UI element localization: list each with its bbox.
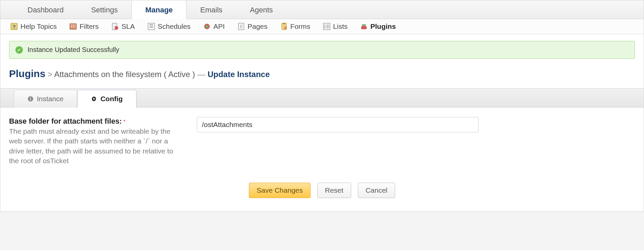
subnav-api[interactable]: API [203,22,225,30]
base-folder-input[interactable] [197,117,479,132]
subnav-help-topics[interactable]: ? Help Topics [10,22,57,30]
svg-point-32 [362,24,364,26]
help-topics-icon: ? [10,23,18,30]
tab-agents[interactable]: Agents [236,0,287,19]
subnav-label: Schedules [158,22,191,30]
subnav-forms[interactable]: Forms [280,22,311,30]
subnav-label: Help Topics [20,22,57,30]
tab-instance[interactable]: Instance [14,90,77,108]
check-icon: ✓ [15,46,23,54]
svg-rect-8 [74,26,75,27]
tab-manage[interactable]: Manage [131,0,186,19]
schedules-icon [148,23,155,30]
field-label: Base folder for attachment files: [9,117,122,125]
subnav-label: API [213,22,225,30]
breadcrumb-plugin-name: Attachments on the filesystem [54,70,161,79]
svg-rect-3 [71,25,72,26]
api-icon [203,23,211,30]
subnav-label: Plugins [370,22,396,30]
plugins-icon [360,23,368,30]
tab-config[interactable]: Config [77,90,136,108]
svg-point-36 [30,97,31,98]
subnav-schedules[interactable]: Schedules [148,22,191,30]
success-message: ✓ Instance Updated Successfully [9,41,635,59]
subnav-label: Forms [290,22,311,30]
svg-rect-11 [148,23,154,29]
svg-rect-31 [361,26,367,29]
svg-point-29 [324,27,325,28]
content-tabs: Instance Config [0,88,644,108]
svg-point-25 [324,25,325,26]
breadcrumb-status: ( Active ) [164,70,195,79]
svg-rect-4 [73,25,74,26]
svg-rect-16 [206,25,208,28]
field-help: The path must already exist and be write… [9,126,183,166]
breadcrumb-action: Update Instance [208,70,270,79]
cancel-button[interactable]: Cancel [358,183,395,198]
tab-instance-label: Instance [37,95,63,103]
svg-rect-22 [282,23,285,24]
subnav-lists[interactable]: Lists [323,22,347,30]
top-navigation: Dashboard Settings Manage Emails Agents [0,0,644,19]
subnav-label: Pages [248,22,268,30]
config-form: Base folder for attachment files: * The … [9,108,635,166]
svg-rect-5 [74,25,75,26]
sla-icon [111,23,119,30]
svg-point-10 [115,26,118,30]
success-text: Instance Updated Successfully [28,46,119,54]
subnav-label: Lists [333,22,347,30]
svg-point-27 [324,26,325,27]
breadcrumb-separator: > [48,70,52,79]
svg-point-37 [93,98,95,100]
svg-point-23 [284,26,287,29]
svg-text:?: ? [12,24,15,29]
subnav-pages[interactable]: Pages [237,22,268,30]
svg-rect-35 [30,99,31,101]
tab-settings[interactable]: Settings [77,0,132,19]
filters-icon [69,23,77,30]
save-button[interactable]: Save Changes [249,183,311,198]
svg-rect-7 [73,26,74,27]
info-icon [28,96,34,102]
svg-rect-6 [71,26,72,27]
subnav-sla[interactable]: SLA [111,22,135,30]
lists-icon [323,23,330,30]
gear-icon [91,96,97,102]
subnav-plugins[interactable]: Plugins [360,22,396,30]
breadcrumb-title[interactable]: Plugins [9,68,45,79]
required-mark: * [123,119,125,125]
forms-icon [280,23,288,30]
svg-point-33 [364,24,366,26]
subnav-label: Filters [79,22,99,30]
subnav-label: SLA [121,22,135,30]
button-row: Save Changes Reset Cancel [9,183,635,198]
tab-config-label: Config [100,95,122,103]
pages-icon [237,23,245,30]
sub-navigation: ? Help Topics Filters SLA Schedules API … [0,19,644,34]
breadcrumb-dash: — [197,70,205,79]
breadcrumb: Plugins > Attachments on the filesystem … [9,68,635,79]
reset-button[interactable]: Reset [317,183,351,198]
tab-dashboard[interactable]: Dashboard [14,0,77,19]
subnav-filters[interactable]: Filters [69,22,99,30]
tab-emails[interactable]: Emails [186,0,236,19]
